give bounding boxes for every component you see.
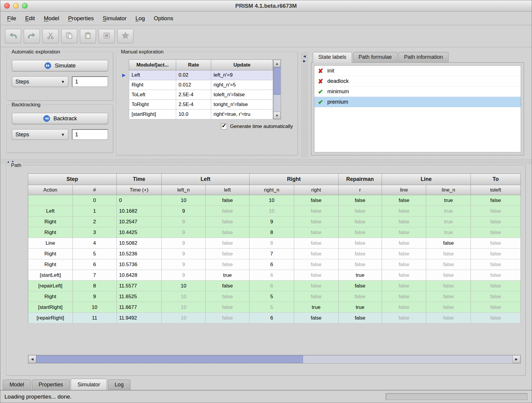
tab-state-labels[interactable]: State labels — [313, 52, 352, 63]
path-row[interactable]: [startRight]1011.667710false5truetruefal… — [28, 302, 521, 313]
horizontal-splitter[interactable] — [0, 159, 532, 164]
path-column-header: line — [382, 185, 426, 195]
zoom-window-button[interactable] — [22, 3, 28, 9]
red-cross-icon: ✘ — [317, 78, 324, 84]
title-bar: PRISM 4.1.beta.r6673M — [0, 0, 532, 12]
scroll-down-icon[interactable] — [273, 112, 281, 119]
path-row[interactable]: Right310.44259false8falsefalsefalsetruef… — [28, 227, 521, 238]
path-scrollbar-thumb[interactable] — [36, 355, 303, 363]
scroll-up-icon[interactable] — [273, 60, 281, 67]
simulate-button[interactable]: Simulate — [12, 60, 108, 71]
manual-row[interactable]: [startRight]10.0right'=true, r'=tru — [129, 110, 273, 119]
copy-button[interactable] — [61, 29, 77, 43]
backtrack-steps-input[interactable] — [72, 129, 108, 140]
path-cell: 10 — [250, 195, 294, 206]
manual-column-header: Rate — [176, 60, 211, 70]
path-row[interactable]: 0010false10falsefalsefalsetruefalse — [28, 195, 521, 206]
menu-properties[interactable]: Properties — [64, 15, 98, 22]
label-item-init[interactable]: ✘init — [314, 66, 521, 76]
minimize-window-button[interactable] — [13, 3, 19, 9]
menu-edit[interactable]: Edit — [21, 15, 40, 22]
cut-button[interactable] — [42, 29, 59, 43]
path-row[interactable]: Right911.652510false5falsefalsefalsefals… — [28, 291, 521, 302]
path-table-viewport: StepTimeLeftRightRepairmanLineToAction#T… — [28, 173, 521, 323]
manual-scrollbar-thumb[interactable] — [274, 67, 280, 95]
tab-path-formulae[interactable]: Path formulae — [353, 52, 397, 62]
label-item-premium[interactable]: ✔premium — [314, 97, 521, 107]
path-cell: 9 — [162, 216, 206, 227]
paste-icon — [84, 32, 92, 41]
path-row[interactable]: Left110.16829false10falsefalsefalsetruef… — [28, 206, 521, 216]
path-row[interactable]: [startLeft]710.64289true6falsetruefalsef… — [28, 270, 521, 281]
main-tabs: ModelPropertiesSimulatorLog — [0, 379, 532, 391]
label-item-minimum[interactable]: ✔minimum — [314, 86, 521, 97]
label-item-deadlock[interactable]: ✘deadlock — [314, 76, 521, 86]
manual-row[interactable]: Right0.012right_n'=5 — [129, 80, 273, 90]
manual-cell: 2.5E-4 — [176, 90, 211, 100]
path-cell: 6 — [250, 281, 294, 291]
top-panels: Automatic exploration Simulate Steps — [0, 47, 532, 159]
star-button[interactable] — [117, 29, 133, 43]
path-cell: 10 — [72, 302, 116, 313]
path-cell: 10 — [162, 281, 206, 291]
simulate-steps-dropdown[interactable]: Steps — [12, 76, 68, 87]
cut-icon — [47, 32, 54, 41]
tab-model[interactable]: Model — [3, 380, 31, 390]
delete-button[interactable] — [99, 29, 115, 43]
path-row[interactable]: Right610.57369false6falsefalsefalsefalse… — [28, 259, 521, 270]
undo-arrow-button[interactable] — [5, 29, 21, 43]
backtrack-steps-dropdown[interactable]: Steps — [12, 129, 68, 140]
path-horizontal-scrollbar[interactable] — [28, 355, 521, 364]
path-cell: true — [338, 270, 382, 281]
path-cell: false — [206, 238, 250, 249]
manual-row[interactable]: ToRight2.5E-4toright_n'=false — [129, 100, 273, 110]
path-row[interactable]: [repairRight]1111.949210false6falsefalse… — [28, 313, 521, 323]
path-table: StepTimeLeftRightRepairmanLineToAction#T… — [28, 173, 521, 323]
path-cell: 9 — [250, 216, 294, 227]
path-cell: false — [206, 216, 250, 227]
path-column-header: # — [72, 185, 116, 195]
path-row[interactable]: Right210.25479false9falsefalsefalsetruef… — [28, 216, 521, 227]
manual-column-header: Module/[act... — [129, 60, 176, 70]
scroll-left-icon[interactable] — [28, 355, 36, 363]
manual-row[interactable]: ToLeft2.5E-4toleft_n'=false — [129, 90, 273, 100]
generate-time-checkbox[interactable] — [221, 124, 227, 129]
path-row[interactable]: Line410.50829false8falsefalsefalsefalsef… — [28, 238, 521, 249]
path-cell: 8 — [250, 227, 294, 238]
path-column-header: r — [338, 185, 382, 195]
manual-table-scrollbar[interactable] — [273, 59, 281, 119]
path-cell: 0 — [72, 195, 116, 206]
generate-time-label: Generate time automatically — [230, 124, 293, 129]
simulate-steps-input[interactable] — [72, 76, 108, 87]
vertical-splitter[interactable] — [301, 52, 308, 157]
manual-row[interactable]: Left0.02left_n'=9 — [129, 70, 273, 80]
tab-log[interactable]: Log — [108, 380, 130, 390]
tab-properties[interactable]: Properties — [32, 380, 70, 390]
menu-simulator[interactable]: Simulator — [98, 15, 131, 22]
automatic-exploration-title: Automatic exploration — [10, 49, 61, 55]
tab-path-information[interactable]: Path information — [398, 52, 449, 62]
menu-options[interactable]: Options — [149, 15, 178, 22]
path-cell: false — [294, 259, 338, 270]
backtrack-button[interactable]: Backtrack — [12, 113, 108, 124]
state-labels-list: ✘init✘deadlock✔minimum✔premium — [314, 65, 521, 152]
redo-arrow-icon — [27, 31, 36, 41]
path-cell: false — [382, 206, 426, 216]
path-scrollbar-track[interactable] — [36, 355, 512, 363]
tab-simulator[interactable]: Simulator — [71, 379, 107, 390]
close-window-button[interactable] — [4, 3, 10, 9]
menu-model[interactable]: Model — [39, 15, 64, 22]
collapse-left-icon[interactable] — [303, 54, 306, 58]
redo-arrow-button[interactable] — [24, 29, 40, 43]
path-cell: 6 — [250, 313, 294, 323]
green-check-icon: ✔ — [317, 88, 324, 95]
path-row[interactable]: [repairLeft]811.557710false6falsefalsefa… — [28, 281, 521, 291]
menu-file[interactable]: File — [3, 15, 21, 22]
path-cell: false — [471, 249, 521, 259]
path-row[interactable]: Right510.52369false7falsefalsefalsefalse… — [28, 249, 521, 259]
collapse-right-icon[interactable] — [303, 59, 306, 63]
paste-button[interactable] — [80, 29, 96, 43]
scroll-right-icon[interactable] — [512, 355, 520, 363]
manual-scrollbar-track[interactable] — [273, 67, 281, 112]
menu-log[interactable]: Log — [131, 15, 149, 22]
